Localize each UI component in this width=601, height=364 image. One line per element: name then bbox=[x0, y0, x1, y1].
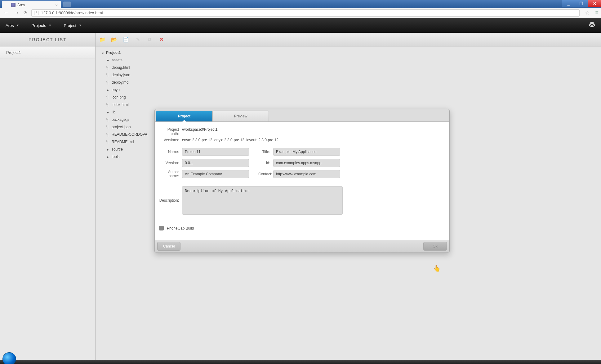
app-menu-bar: Ares ▼ Projects ▼ Project ▼ bbox=[0, 18, 601, 33]
file-icon bbox=[106, 140, 110, 144]
file-toolbar: 📁 📂 📄 ✎ ⧉ ✖ bbox=[96, 33, 601, 46]
file-delete-icon[interactable]: ✖ bbox=[158, 37, 164, 43]
forward-button[interactable]: → bbox=[13, 10, 20, 16]
tab-preview-label: Preview bbox=[234, 114, 247, 118]
file-icon bbox=[106, 66, 110, 69]
tree-item-label: enyo bbox=[112, 88, 120, 92]
favicon-icon bbox=[11, 3, 16, 7]
tree-root[interactable]: ◂ Project1 bbox=[99, 49, 147, 56]
menu-ares[interactable]: Ares ▼ bbox=[6, 23, 19, 28]
cancel-button[interactable]: Cancel bbox=[157, 242, 180, 251]
author-input[interactable] bbox=[182, 170, 249, 178]
caret-down-icon: ▼ bbox=[16, 24, 19, 27]
version-label: Version: bbox=[159, 161, 182, 165]
tree-item[interactable]: debug.html bbox=[99, 64, 147, 71]
tab-project-label: Project bbox=[178, 114, 191, 118]
tree-item[interactable]: deploy.json bbox=[99, 71, 147, 79]
caret-down-icon: ▼ bbox=[49, 24, 51, 27]
description-textarea[interactable] bbox=[182, 186, 343, 215]
file-icon bbox=[106, 118, 110, 121]
file-new-icon[interactable]: 📄 bbox=[123, 37, 129, 43]
address-bar[interactable]: 127.0.0.1:9009/ide/ares/index.html bbox=[31, 9, 580, 17]
tree-item[interactable]: ▸assets bbox=[99, 56, 147, 64]
file-icon bbox=[106, 125, 110, 129]
tab-preview[interactable]: Preview bbox=[212, 111, 269, 121]
tab-project[interactable]: Project bbox=[156, 111, 212, 121]
tree-item[interactable]: ▸tools bbox=[99, 153, 147, 160]
sidebar-item-project1[interactable]: Project1 bbox=[0, 46, 95, 59]
versions-label: Versions: bbox=[159, 138, 182, 142]
file-icon bbox=[106, 96, 110, 99]
expand-icon[interactable]: ▸ bbox=[106, 148, 110, 151]
sidebar-header: PROJECT LIST bbox=[0, 33, 95, 46]
new-tab-button[interactable] bbox=[63, 2, 71, 7]
tree-item-label: index.html bbox=[112, 103, 129, 107]
window-maximize-button[interactable]: ❐ bbox=[575, 0, 588, 7]
window-close-button[interactable]: ✕ bbox=[588, 0, 601, 7]
window-minimize-button[interactable]: _ bbox=[562, 0, 575, 7]
tree-item[interactable]: README-CORDOVA bbox=[99, 131, 147, 138]
dialog-body: Project path: /workspace3/Project1 Versi… bbox=[155, 122, 449, 240]
ok-button[interactable]: Ok bbox=[423, 242, 447, 251]
menu-project-label: Project bbox=[64, 23, 76, 28]
tree-item-label: deploy.md bbox=[112, 80, 128, 85]
project-properties-dialog: Project Preview Project path: /workspace… bbox=[154, 109, 450, 253]
tree-item[interactable]: ▸source bbox=[99, 146, 147, 153]
browser-tab[interactable]: Ares × bbox=[2, 1, 61, 8]
tree-item[interactable]: README.md bbox=[99, 138, 147, 146]
expand-icon[interactable]: ▸ bbox=[106, 88, 110, 92]
menu-projects-label: Projects bbox=[32, 23, 46, 28]
file-edit-icon[interactable]: ✎ bbox=[135, 37, 141, 43]
id-input[interactable] bbox=[273, 159, 340, 167]
file-icon bbox=[106, 81, 110, 84]
browser-toolbar: ← → ⟳ 127.0.0.1:9009/ide/ares/index.html… bbox=[0, 8, 601, 18]
expand-icon[interactable]: ▸ bbox=[106, 111, 110, 114]
tree-item[interactable]: ▸lib bbox=[99, 108, 147, 116]
tab-title: Ares bbox=[17, 3, 25, 7]
start-button[interactable] bbox=[2, 352, 16, 364]
author-label: Author name: bbox=[159, 170, 182, 178]
phonegap-checkbox[interactable] bbox=[159, 226, 164, 230]
project-path-label: Project path: bbox=[159, 127, 182, 136]
tree-root-label: Project1 bbox=[106, 50, 121, 55]
contact-input[interactable] bbox=[273, 170, 340, 178]
sidebar: PROJECT LIST Project1 bbox=[0, 33, 96, 364]
page-icon bbox=[34, 11, 38, 15]
dialog-tabs: Project Preview bbox=[155, 109, 449, 122]
url-text: 127.0.0.1:9009/ide/ares/index.html bbox=[41, 11, 103, 15]
version-input[interactable] bbox=[182, 159, 249, 167]
chrome-menu-icon[interactable]: ≡ bbox=[595, 10, 599, 16]
folder-new-icon[interactable]: 📂 bbox=[111, 37, 117, 43]
collapse-icon[interactable]: ◂ bbox=[100, 51, 104, 55]
name-input[interactable] bbox=[182, 148, 249, 156]
tree-item[interactable]: project.json bbox=[99, 123, 147, 131]
file-copy-icon[interactable]: ⧉ bbox=[146, 37, 153, 43]
description-label: Description: bbox=[159, 198, 182, 203]
tree-item-label: icon.png bbox=[112, 95, 126, 99]
layers-icon[interactable] bbox=[589, 21, 595, 30]
tree-item-label: lib bbox=[112, 110, 115, 114]
tree-item[interactable]: ▸enyo bbox=[99, 86, 147, 94]
tree-item-label: package.js bbox=[112, 117, 129, 122]
title-label: Title: bbox=[258, 150, 273, 154]
versions-value: enyo: 2.3.0-pre.12, onyx: 2.3.0-pre.12, … bbox=[182, 138, 278, 142]
tree-item[interactable]: icon.png bbox=[99, 94, 147, 101]
file-tree: ◂ Project1 ▸assetsdebug.htmldeploy.jsond… bbox=[99, 49, 147, 160]
file-icon bbox=[106, 133, 110, 136]
menu-project[interactable]: Project ▼ bbox=[64, 23, 82, 28]
back-button[interactable]: ← bbox=[2, 10, 9, 16]
taskbar[interactable] bbox=[0, 360, 601, 364]
tree-item[interactable]: index.html bbox=[99, 101, 147, 108]
close-tab-icon[interactable]: × bbox=[55, 3, 58, 7]
expand-icon[interactable]: ▸ bbox=[106, 155, 110, 159]
title-input[interactable] bbox=[273, 148, 340, 156]
reload-button[interactable]: ⟳ bbox=[24, 10, 28, 16]
bookmark-icon[interactable]: ☆ bbox=[585, 10, 590, 16]
file-icon bbox=[106, 73, 110, 77]
tree-item-label: tools bbox=[112, 155, 119, 159]
menu-projects[interactable]: Projects ▼ bbox=[32, 23, 51, 28]
expand-icon[interactable]: ▸ bbox=[106, 59, 110, 62]
tree-item[interactable]: package.js bbox=[99, 116, 147, 123]
tree-item[interactable]: deploy.md bbox=[99, 79, 147, 86]
folder-icon[interactable]: 📁 bbox=[99, 37, 105, 43]
